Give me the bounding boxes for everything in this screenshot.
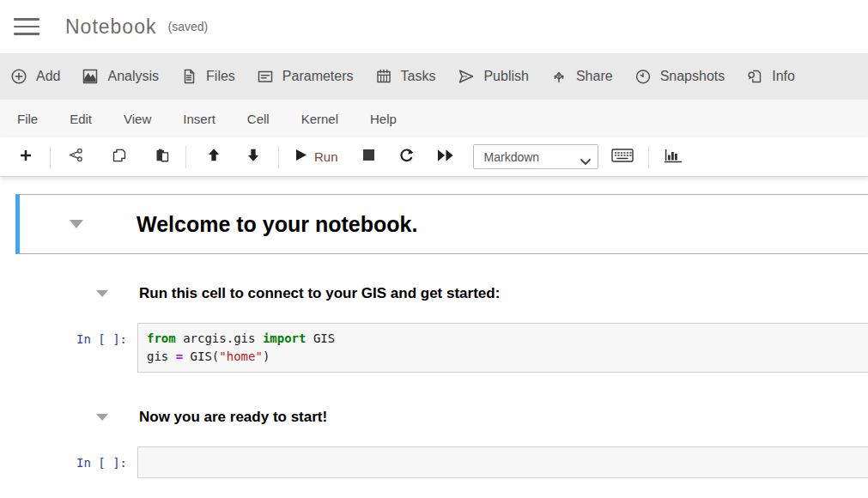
paste-cell-button[interactable]	[155, 148, 170, 167]
toolbar-separator	[185, 146, 186, 168]
move-up-icon	[207, 148, 221, 166]
markdown-cell-connect[interactable]: Run this cell to connect to your GIS and…	[0, 285, 868, 302]
play-icon	[295, 149, 307, 165]
tasks-button[interactable]: Tasks	[375, 68, 436, 85]
code-editor[interactable]: from arcgis.gis import GISgis = GIS("hom…	[137, 323, 868, 373]
copy-icon	[112, 148, 127, 167]
run-label: Run	[314, 149, 338, 164]
menu-insert[interactable]: Insert	[183, 112, 215, 126]
snapshots-button[interactable]: Snapshots	[634, 68, 725, 85]
stop-icon	[362, 149, 375, 165]
analysis-button[interactable]: Analysis	[82, 68, 159, 85]
collapse-caret-icon[interactable]	[96, 290, 108, 297]
publish-icon	[457, 68, 475, 85]
bar-chart-icon	[664, 147, 683, 167]
menu-cell[interactable]: Cell	[247, 112, 270, 126]
publish-button[interactable]: Publish	[457, 68, 528, 85]
cell-type-select[interactable]: Markdown	[473, 144, 598, 169]
restart-run-all-icon	[437, 149, 454, 166]
add-circle-icon	[10, 68, 27, 85]
collapse-caret-icon[interactable]	[96, 414, 108, 421]
arcgis-toolbar: Add Analysis Files Parameters Tasks Publ…	[0, 53, 868, 100]
files-icon	[180, 68, 197, 85]
save-status: (saved)	[167, 20, 208, 33]
files-button[interactable]: Files	[180, 68, 235, 85]
move-cell-down-button[interactable]	[246, 148, 260, 166]
markdown-cell-welcome[interactable]: Welcome to your notebook.	[15, 194, 868, 254]
add-button[interactable]: Add	[10, 68, 60, 85]
cut-cell-button[interactable]	[68, 148, 84, 166]
parameters-icon	[257, 68, 274, 85]
add-cell-button[interactable]	[19, 149, 33, 166]
info-icon	[746, 68, 763, 85]
move-down-icon	[246, 148, 260, 166]
code-cell-gis[interactable]: In [ ]: from arcgis.gis import GISgis = …	[0, 323, 868, 373]
menu-edit[interactable]: Edit	[70, 112, 92, 126]
notebook-heading-connect: Run this cell to connect to your GIS and…	[139, 285, 500, 302]
hamburger-menu-icon[interactable]	[14, 18, 39, 35]
cell-type-select-wrap: Markdown	[473, 144, 598, 169]
markdown-cell-ready[interactable]: Now you are ready to start!	[0, 409, 868, 426]
toolbar-separator	[648, 146, 649, 168]
interrupt-kernel-button[interactable]	[362, 149, 375, 165]
code-cell-empty[interactable]: In [ ]:	[0, 446, 868, 478]
notebook-menu-bar: File Edit View Insert Cell Kernel Help	[0, 100, 868, 137]
menu-view[interactable]: View	[124, 112, 151, 126]
input-prompt: In [ ]:	[0, 446, 127, 472]
parameters-button[interactable]: Parameters	[257, 68, 354, 85]
menu-file[interactable]: File	[17, 112, 38, 126]
notebook-heading-ready: Now you are ready to start!	[139, 409, 327, 426]
restart-run-all-button[interactable]	[437, 149, 454, 166]
command-palette-button[interactable]	[611, 148, 634, 167]
info-button[interactable]: Info	[746, 68, 795, 85]
copy-cell-button[interactable]	[112, 148, 127, 167]
share-icon	[550, 68, 568, 85]
toolbar-separator	[278, 146, 279, 168]
menu-help[interactable]: Help	[370, 112, 397, 126]
move-cell-up-button[interactable]	[207, 148, 221, 166]
jupyter-toolbar: Run Markdown	[0, 137, 868, 177]
restart-kernel-icon	[399, 148, 415, 167]
collapse-caret-icon[interactable]	[70, 220, 83, 228]
menu-kernel[interactable]: Kernel	[301, 112, 338, 126]
notebook-area: Welcome to your notebook. Run this cell …	[0, 177, 868, 478]
toolbar-separator	[50, 146, 51, 168]
restart-kernel-button[interactable]	[399, 148, 415, 167]
cut-icon	[68, 148, 84, 166]
tasks-icon	[375, 68, 392, 85]
app-header: Notebook (saved)	[0, 0, 868, 53]
share-button[interactable]: Share	[550, 68, 613, 85]
chart-tools-button[interactable]	[664, 147, 683, 167]
run-button[interactable]: Run	[295, 149, 338, 165]
snapshots-icon	[634, 68, 652, 85]
page-title: Notebook	[65, 15, 156, 39]
analysis-icon	[82, 68, 99, 85]
keyboard-icon	[611, 148, 634, 167]
add-cell-icon	[19, 149, 33, 166]
notebook-heading-1: Welcome to your notebook.	[137, 212, 417, 237]
paste-icon	[155, 148, 170, 167]
input-prompt: In [ ]:	[0, 323, 127, 349]
code-editor[interactable]	[137, 446, 868, 478]
